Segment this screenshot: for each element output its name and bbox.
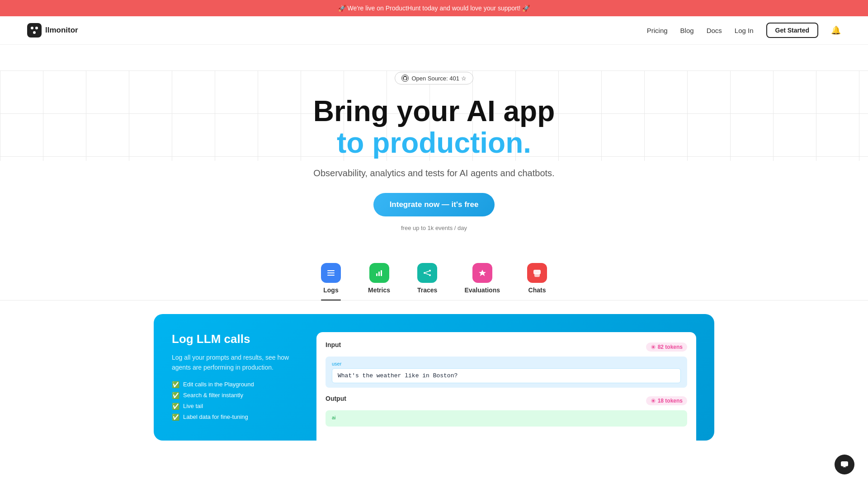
bell-icon[interactable]: 🔔 (831, 25, 841, 35)
demo-feature-4-text: Label data for fine-tuning (183, 413, 248, 420)
svg-point-11 (424, 272, 425, 274)
svg-rect-7 (327, 275, 335, 276)
demo-container: Log LLM calls Log all your prompts and r… (0, 300, 868, 454)
free-note: free up to 1k events / day (401, 225, 467, 231)
output-box: ai (326, 410, 687, 427)
tab-evaluations-label: Evaluations (464, 286, 500, 294)
input-token-badge: 82 tokens (646, 343, 687, 352)
token-icon (651, 344, 656, 350)
nav-links: Pricing Blog Docs Log In Get Started 🔔 (647, 23, 841, 38)
hero-wrapper: Open Source: 401 ☆ Bring your AI app to … (0, 45, 868, 249)
output-role: ai (332, 415, 681, 420)
input-header: Input 82 tokens (326, 341, 687, 353)
traces-icon-svg (422, 268, 432, 278)
output-tokens: 18 tokens (658, 398, 683, 404)
tab-chats[interactable]: Chats (527, 263, 547, 300)
input-role: user (332, 361, 681, 366)
svg-point-21 (652, 400, 654, 402)
tab-traces[interactable]: Traces (417, 263, 437, 300)
input-box: user What's the weather like in Boston? (326, 357, 687, 388)
logo-link[interactable]: llmonitor (27, 23, 78, 38)
svg-point-2 (35, 27, 38, 29)
svg-rect-5 (327, 270, 335, 271)
integrate-button[interactable]: Integrate now — it's free (373, 193, 495, 216)
checkmark-icon-1: ✅ (172, 381, 179, 388)
nav-pricing[interactable]: Pricing (647, 27, 668, 34)
checkmark-icon-3: ✅ (172, 403, 179, 410)
svg-rect-17 (534, 273, 540, 277)
checkmark-icon-4: ✅ (172, 413, 179, 421)
tab-evaluations[interactable]: Evaluations (464, 263, 500, 300)
get-started-button[interactable]: Get Started (766, 23, 818, 38)
output-token-badge: 18 tokens (646, 396, 687, 405)
hero-title-line2: to production. (9, 127, 859, 159)
demo-feature-1-text: Edit calls in the Playground (183, 381, 254, 388)
logs-icon-svg (326, 268, 336, 278)
input-text: What's the weather like in Boston? (332, 368, 681, 383)
demo-feature-4: ✅ Label data for fine-tuning (172, 413, 298, 421)
demo-desc: Log all your prompts and results, see ho… (172, 352, 298, 373)
svg-point-1 (31, 27, 33, 29)
nav-login[interactable]: Log In (735, 27, 754, 34)
tab-traces-label: Traces (417, 286, 437, 294)
output-header: Output 18 tokens (326, 395, 687, 407)
open-source-badge[interactable]: Open Source: 401 ☆ (395, 72, 473, 84)
tab-metrics[interactable]: Metrics (368, 263, 390, 300)
tab-logs-label: Logs (323, 286, 338, 294)
tab-logs[interactable]: Logs (321, 263, 341, 300)
input-tokens: 82 tokens (658, 344, 683, 350)
demo-feature-3-text: Live tail (183, 403, 203, 409)
input-label: Input (326, 341, 341, 348)
metrics-icon-svg (374, 268, 384, 278)
navbar: llmonitor Pricing Blog Docs Log In Get S… (0, 16, 868, 45)
demo-right: Input 82 tokens user What's the weather … (316, 332, 696, 441)
svg-line-14 (425, 271, 429, 272)
announcement-bar: 🚀 We're live on ProductHunt today and wo… (0, 0, 868, 16)
demo-title: Log LLM calls (172, 332, 298, 346)
svg-point-12 (429, 270, 431, 272)
logo-icon (27, 23, 42, 38)
chats-icon (527, 263, 547, 283)
tabs-section: Logs Metrics Traces (0, 249, 868, 300)
hero-section: Open Source: 401 ☆ Bring your AI app to … (0, 45, 868, 249)
svg-rect-6 (327, 272, 335, 273)
svg-point-3 (33, 31, 36, 34)
chats-icon-svg (532, 268, 542, 278)
evaluations-icon (472, 263, 492, 283)
demo-feature-3: ✅ Live tail (172, 403, 298, 410)
output-label: Output (326, 395, 346, 402)
hero-title-line1: Bring your AI app (9, 95, 859, 127)
svg-rect-9 (378, 272, 380, 276)
github-icon (401, 75, 409, 82)
svg-line-15 (425, 273, 429, 275)
logo-text: llmonitor (45, 26, 78, 35)
announcement-text: 🚀 We're live on ProductHunt today and wo… (338, 5, 530, 12)
output-token-icon (651, 398, 656, 404)
svg-point-19 (652, 346, 654, 348)
nav-docs[interactable]: Docs (707, 27, 722, 34)
svg-point-13 (429, 274, 431, 276)
traces-icon (417, 263, 437, 283)
demo-feature-1: ✅ Edit calls in the Playground (172, 381, 298, 388)
demo-feature-2-text: Search & filter instantly (183, 392, 243, 399)
metrics-icon (369, 263, 389, 283)
svg-rect-10 (381, 270, 382, 276)
hero-subtitle: Observability, analytics and tests for A… (9, 168, 859, 178)
logs-icon (321, 263, 341, 283)
svg-rect-8 (376, 273, 377, 276)
tab-metrics-label: Metrics (368, 286, 390, 294)
svg-rect-0 (27, 23, 42, 38)
tab-chats-label: Chats (528, 286, 546, 294)
demo-feature-2: ✅ Search & filter instantly (172, 392, 298, 399)
demo-left: Log LLM calls Log all your prompts and r… (172, 332, 298, 424)
demo-section: Log LLM calls Log all your prompts and r… (154, 314, 714, 441)
evaluations-icon-svg (477, 268, 487, 278)
nav-blog[interactable]: Blog (680, 27, 694, 34)
checkmark-icon-2: ✅ (172, 392, 179, 399)
svg-point-4 (402, 75, 409, 82)
open-source-text: Open Source: 401 ☆ (411, 75, 466, 82)
